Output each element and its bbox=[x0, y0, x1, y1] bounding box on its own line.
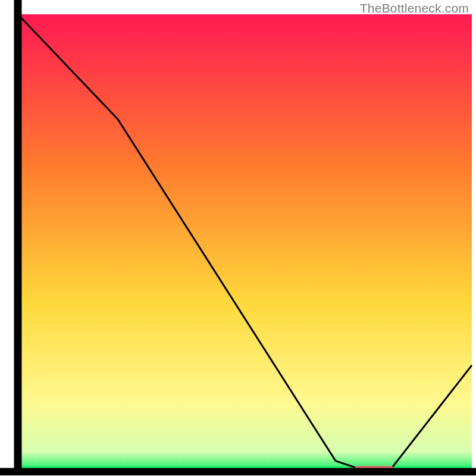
plot-area bbox=[0, 0, 476, 476]
mask-left bbox=[0, 0, 14, 476]
watermark-text: TheBottleneck.com bbox=[360, 1, 469, 15]
mask-right bbox=[472, 0, 476, 476]
bottleneck-chart bbox=[0, 0, 476, 476]
heat-gradient bbox=[18, 14, 472, 470]
